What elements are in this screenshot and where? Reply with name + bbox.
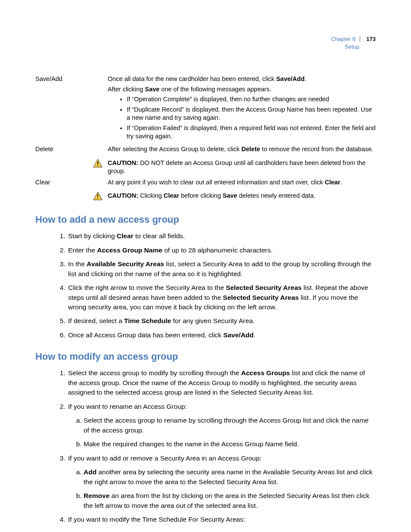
body-text: At any point if you wish to clear out al… xyxy=(108,178,376,187)
sub-list: Select the access group to rename by scr… xyxy=(68,416,376,449)
list-item: Start by clicking Clear to clear all fie… xyxy=(67,231,376,241)
list-item: If you want to rename an Access Group: S… xyxy=(67,402,376,449)
modify-steps-list: Select the access group to modify by scr… xyxy=(35,368,376,524)
svg-rect-2 xyxy=(97,165,98,166)
def-term: Delete xyxy=(35,145,108,158)
caution-icon xyxy=(93,192,103,200)
page-content: Save/Add Once all data for the new cardh… xyxy=(35,75,376,525)
page-header: Chapter 8 173 Setup xyxy=(331,35,376,50)
list-item: If “Operation Failed” is displayed, then… xyxy=(127,124,376,141)
list-item: If “Duplicate Record” is displayed, then… xyxy=(127,106,376,122)
definition-table: Save/Add Once all data for the new cardh… xyxy=(35,75,376,203)
list-item: Click the right arrow to move the Securi… xyxy=(67,283,376,312)
caution-row: CAUTION: Clicking Clear before clicking … xyxy=(35,191,376,203)
svg-rect-1 xyxy=(97,162,98,164)
list-item: Add another area by selecting the securi… xyxy=(84,467,376,487)
list-item: Remove an area from the list by clicking… xyxy=(84,491,376,510)
list-item: Select the access group to modify by scr… xyxy=(67,368,376,397)
def-body: After selecting the Access Group to dele… xyxy=(108,145,376,158)
def-row-clear: Clear At any point if you wish to clear … xyxy=(35,178,376,191)
caution-icon xyxy=(93,159,103,168)
list-item: Make the required changes to the name in… xyxy=(84,439,376,449)
body-text: Once all data for the new cardholder has… xyxy=(108,75,376,84)
add-steps-list: Start by clicking Clear to clear all fie… xyxy=(35,231,376,340)
def-row-delete: Delete After selecting the Access Group … xyxy=(35,145,376,158)
list-item: Once all Access Group data has been ente… xyxy=(67,330,376,340)
sub-list: Add another area by selecting the securi… xyxy=(68,467,376,510)
heading-add-access-group: How to add a new access group xyxy=(35,214,376,225)
body-text: After selecting the Access Group to dele… xyxy=(108,145,376,154)
document-page: Chapter 8 173 Setup Save/Add Once all da… xyxy=(0,0,411,532)
def-term: Save/Add xyxy=(35,75,108,145)
caution-row: CAUTION: DO NOT delete an Access Group u… xyxy=(35,158,376,178)
list-item: In the Available Security Areas list, se… xyxy=(67,259,376,279)
def-body: At any point if you wish to clear out al… xyxy=(108,178,376,191)
list-item: If desired, select a Time Schedule for a… xyxy=(67,316,376,326)
bullet-list: If “Operation Complete” is displayed, th… xyxy=(108,95,376,141)
def-row-save-add: Save/Add Once all data for the new cardh… xyxy=(35,75,376,145)
section-link[interactable]: Setup xyxy=(331,43,359,51)
chapter-link[interactable]: Chapter 8 xyxy=(331,35,355,43)
svg-rect-5 xyxy=(97,198,98,199)
heading-modify-access-group: How to modify an access group xyxy=(35,351,376,362)
caution-text: CAUTION: DO NOT delete an Access Group u… xyxy=(108,159,376,176)
def-body: Once all data for the new cardholder has… xyxy=(108,75,376,145)
header-line-1: Chapter 8 173 xyxy=(331,35,376,43)
page-number: 173 xyxy=(366,35,376,43)
caution-text: CAUTION: Clicking Clear before clicking … xyxy=(108,192,376,200)
list-item: If “Operation Complete” is displayed, th… xyxy=(127,95,376,104)
list-item: Select the access group to rename by scr… xyxy=(84,416,376,435)
header-divider xyxy=(360,36,360,42)
svg-rect-4 xyxy=(97,195,98,197)
list-item: Enter the Access Group Name of up to 28 … xyxy=(67,246,376,255)
body-text: After clicking Save one of the following… xyxy=(108,85,376,94)
list-item: If you want to add or remove a Security … xyxy=(67,454,376,510)
list-item: If you want to modify the Time Schedule … xyxy=(67,515,376,524)
def-term: Clear xyxy=(35,178,108,191)
